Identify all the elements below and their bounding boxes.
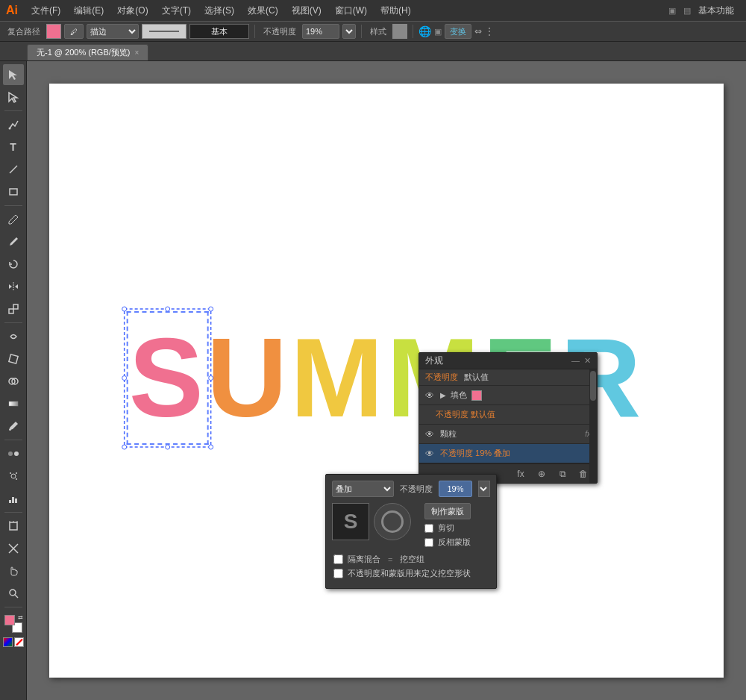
svg-point-29: [209, 307, 213, 311]
free-transform-tool[interactable]: [3, 349, 24, 369]
none-mode-btn[interactable]: [14, 637, 24, 647]
symbol-sprayer-tool[interactable]: [3, 466, 24, 487]
brush-tool[interactable]: [3, 231, 24, 252]
hand-tool[interactable]: [3, 560, 24, 581]
blend-opacity-dropdown[interactable]: [478, 481, 490, 497]
svg-point-14: [10, 472, 11, 474]
menu-window[interactable]: 窗口(W): [329, 3, 373, 19]
blend-opacity-input[interactable]: [439, 481, 472, 497]
rect-tool[interactable]: [3, 181, 24, 202]
fg-color-swatch[interactable]: [4, 615, 15, 625]
grain-row[interactable]: 👁 颗粒 fx: [419, 425, 597, 444]
subheader-default: 默认值: [464, 372, 489, 383]
color-swatch-area: ⇄: [3, 613, 24, 634]
zoom-tool[interactable]: [3, 583, 24, 604]
svg-point-0: [8, 128, 10, 130]
scale-tool[interactable]: [3, 299, 24, 319]
panel-collapse-btn[interactable]: —: [571, 356, 580, 366]
tab-close-btn[interactable]: ×: [134, 49, 139, 57]
pencil-tool[interactable]: [3, 209, 24, 230]
selection-tool[interactable]: [3, 64, 24, 85]
fill-row[interactable]: 👁 ▶ 填色: [419, 386, 597, 405]
menu-view[interactable]: 视图(V): [286, 3, 327, 19]
menu-edit[interactable]: 编辑(E): [68, 3, 110, 19]
delete-item-btn[interactable]: 🗑: [576, 466, 591, 481]
opacity-dropdown[interactable]: [342, 24, 356, 39]
svg-line-25: [15, 595, 18, 598]
blend-mode-select[interactable]: 叠加: [332, 481, 394, 497]
more-options-icon[interactable]: ⋮: [485, 26, 494, 37]
stroke-color-box[interactable]: [142, 24, 186, 39]
menu-effect[interactable]: 效果(C): [242, 3, 284, 19]
invert-label: 反相蒙版: [438, 537, 471, 548]
transform-options[interactable]: ▣: [434, 27, 442, 37]
svg-rect-17: [9, 500, 11, 503]
artboard-tool[interactable]: [3, 516, 24, 537]
gradient-tool[interactable]: [3, 393, 24, 414]
main-area: T: [0, 61, 746, 700]
panel-close-btn[interactable]: ✕: [584, 356, 591, 366]
stroke-cap-select[interactable]: 描边: [87, 24, 139, 39]
add-effect-btn[interactable]: fx: [513, 466, 528, 481]
menu-select[interactable]: 选择(S): [198, 3, 240, 19]
mask-thumbnail[interactable]: [374, 503, 411, 540]
svg-point-11: [8, 451, 13, 456]
menu-text[interactable]: 文字(T): [156, 3, 197, 19]
stroke-icon-btn[interactable]: 🖊: [64, 24, 84, 39]
svg-point-33: [166, 445, 170, 449]
define-knockout-checkbox[interactable]: [333, 569, 343, 578]
pen-tool[interactable]: [3, 114, 24, 135]
svg-point-13: [11, 474, 16, 478]
svg-point-12: [14, 451, 19, 456]
rotate-tool[interactable]: [3, 254, 24, 275]
transform-button[interactable]: 变换: [445, 24, 471, 39]
column-graph-tool[interactable]: [3, 488, 24, 509]
make-mask-button[interactable]: 制作蒙版: [424, 503, 471, 519]
svg-point-28: [166, 307, 170, 311]
invert-checkbox[interactable]: [424, 538, 433, 547]
menu-help[interactable]: 帮助(H): [374, 3, 417, 19]
panel-scrollbar[interactable]: [589, 369, 597, 483]
warp-tool[interactable]: [3, 326, 24, 347]
menu-object[interactable]: 对象(O): [111, 3, 154, 19]
appearance-panel-title: 外观: [425, 354, 443, 367]
style-box[interactable]: [392, 24, 407, 39]
fill-visibility-eye[interactable]: 👁: [425, 390, 436, 401]
fill-color-swatch[interactable]: [471, 390, 482, 401]
blend-opacity-row[interactable]: 👁 不透明度 19% 叠加: [419, 444, 597, 463]
fill-opacity-row[interactable]: 不透明度 默认值: [419, 405, 597, 425]
fill-expand-arrow[interactable]: ▶: [440, 391, 446, 399]
shape-builder-tool[interactable]: [3, 371, 24, 392]
swap-colors-icon[interactable]: ⇄: [18, 614, 23, 621]
fill-color-box[interactable]: [46, 24, 61, 39]
direct-selection-tool[interactable]: [3, 87, 24, 107]
line-tool[interactable]: [3, 159, 24, 180]
clip-label: 剪切: [438, 522, 454, 534]
isolate-blend-checkbox[interactable]: [333, 554, 343, 564]
blend-tool[interactable]: [3, 443, 24, 464]
tab-bar: 无-1 @ 200% (RGB/预览) ×: [0, 42, 746, 61]
reflect-tool[interactable]: [3, 276, 24, 297]
document-tab[interactable]: 无-1 @ 200% (RGB/预览) ×: [27, 44, 148, 60]
slice-tool[interactable]: [3, 538, 24, 559]
panel-scroll-thumb: [590, 371, 596, 401]
layer-thumbnail[interactable]: S: [332, 503, 369, 540]
color-mode-btn[interactable]: [3, 637, 13, 647]
appearance-panel: 外观 — ✕ 不透明度 默认值 👁 ▶ 填色 不透明度 默认值: [419, 352, 598, 484]
add-item-btn[interactable]: ⊕: [534, 466, 549, 481]
workspace-label[interactable]: 基本功能: [692, 3, 740, 19]
invert-option-row: 反相蒙版: [424, 537, 471, 548]
menu-file[interactable]: 文件(F): [25, 3, 66, 19]
blend-visibility-eye[interactable]: 👁: [425, 449, 436, 459]
type-tool[interactable]: T: [3, 137, 24, 157]
define-knockout-label: 不透明度和蒙版用来定义挖空形状: [348, 568, 471, 579]
clip-checkbox[interactable]: [424, 524, 433, 533]
isolate-blend-row: 隔离混合 = 挖空组: [332, 554, 490, 565]
duplicate-item-btn[interactable]: ⧉: [555, 466, 570, 481]
flip-icon[interactable]: ⇔: [474, 26, 482, 37]
eyedropper-tool[interactable]: [3, 416, 24, 437]
web-icon[interactable]: 🌐: [419, 25, 431, 37]
opacity-input[interactable]: [302, 24, 339, 39]
thumbnail-pair: S: [332, 503, 411, 540]
grain-visibility-eye[interactable]: 👁: [425, 429, 436, 440]
